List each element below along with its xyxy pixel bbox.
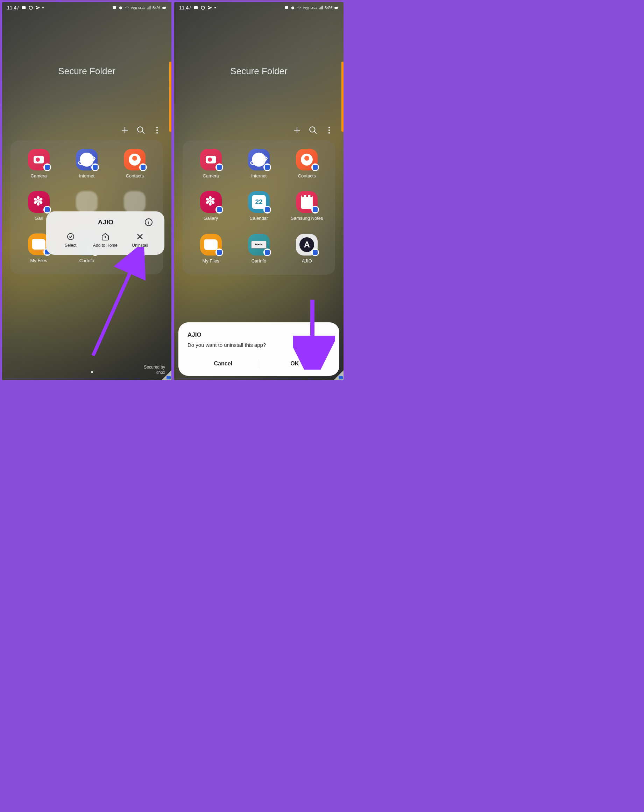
svg-point-7 bbox=[156, 127, 158, 128]
home-plus-icon bbox=[101, 232, 110, 241]
footer: Secured byKnox bbox=[2, 365, 171, 375]
page-indicator-dot bbox=[91, 371, 93, 373]
search-icon[interactable] bbox=[136, 126, 146, 135]
uninstall-action[interactable]: Uninstall bbox=[123, 232, 157, 248]
more-notif-dot bbox=[215, 7, 216, 8]
circle-notif-icon bbox=[201, 5, 206, 10]
gallery-notif-icon bbox=[193, 5, 198, 10]
app-contacts[interactable]: Contacts bbox=[116, 149, 154, 179]
more-menu-icon[interactable] bbox=[152, 126, 161, 135]
svg-point-21 bbox=[329, 132, 330, 133]
alarm-icon bbox=[290, 5, 295, 10]
app-calendar[interactable]: 22 Calendar bbox=[240, 191, 278, 221]
send-notif-icon bbox=[207, 5, 212, 10]
add-to-home-action[interactable]: Add to Home bbox=[88, 232, 122, 248]
lock-badge-icon bbox=[139, 163, 147, 171]
lock-badge-icon bbox=[91, 163, 99, 171]
svg-point-9 bbox=[156, 132, 158, 133]
info-icon[interactable]: i bbox=[145, 218, 152, 226]
lock-badge-icon bbox=[216, 206, 223, 214]
svg-point-15 bbox=[291, 7, 294, 9]
lock-badge-icon bbox=[311, 206, 319, 214]
battery-text: 54% bbox=[324, 6, 332, 10]
annotation-arrow bbox=[293, 296, 335, 369]
checkmark-circle-icon bbox=[67, 232, 75, 241]
app-label: Gallery bbox=[204, 215, 218, 221]
app-internet[interactable]: Internet bbox=[240, 149, 278, 179]
select-action[interactable]: Select bbox=[53, 232, 88, 248]
cancel-button[interactable]: Cancel bbox=[187, 356, 259, 371]
svg-point-1 bbox=[29, 6, 32, 9]
secure-folder-title: Secure Folder bbox=[174, 13, 344, 77]
svg-point-20 bbox=[329, 130, 330, 131]
alarm-icon bbox=[118, 5, 123, 10]
lock-badge-icon bbox=[311, 163, 319, 171]
app-row-1: Camera Internet Contacts bbox=[15, 149, 159, 179]
lte-label: LTE1 bbox=[310, 6, 317, 9]
toolbar bbox=[174, 122, 344, 138]
wifi-icon bbox=[297, 5, 301, 10]
app-ajio[interactable]: A AJIO bbox=[288, 234, 326, 264]
svg-rect-12 bbox=[194, 6, 198, 9]
app-carinfo[interactable]: MH04 CarInfo bbox=[240, 234, 278, 264]
status-right: Vo))) LTE1 54% bbox=[112, 5, 166, 10]
search-icon[interactable] bbox=[309, 126, 318, 135]
add-icon[interactable] bbox=[292, 126, 301, 135]
svg-rect-0 bbox=[22, 6, 26, 9]
app-camera[interactable]: Camera bbox=[192, 149, 230, 179]
select-label: Select bbox=[65, 243, 76, 248]
svg-rect-17 bbox=[338, 8, 338, 8]
svg-rect-4 bbox=[162, 7, 166, 9]
context-menu-title: AJIO bbox=[58, 218, 145, 226]
lock-badge-icon bbox=[216, 163, 223, 171]
lock-badge-icon bbox=[263, 206, 271, 214]
add-icon[interactable] bbox=[120, 126, 129, 135]
app-label: Calendar bbox=[250, 215, 268, 221]
app-label: Camera bbox=[203, 173, 219, 179]
hidden-icon bbox=[124, 191, 146, 213]
app-label: Internet bbox=[251, 173, 266, 179]
svg-rect-14 bbox=[285, 6, 288, 9]
hidden-icon bbox=[76, 191, 97, 213]
cast-icon bbox=[284, 5, 289, 10]
signal-icon bbox=[318, 5, 323, 10]
app-contacts[interactable]: Contacts bbox=[288, 149, 326, 179]
toolbar bbox=[2, 122, 171, 138]
status-left: 11:47 bbox=[7, 5, 44, 11]
app-row-2: Gallery 22 Calendar Samsung Notes bbox=[187, 191, 331, 221]
app-label: Contacts bbox=[126, 173, 144, 179]
status-bar: 11:47 Vo))) LTE1 54% bbox=[174, 2, 344, 13]
send-notif-icon bbox=[35, 5, 40, 10]
app-camera[interactable]: Camera bbox=[20, 149, 58, 179]
corner-secure-icon bbox=[339, 376, 343, 379]
app-internet[interactable]: Internet bbox=[67, 149, 106, 179]
lock-badge-icon bbox=[43, 163, 51, 171]
app-label: AJIO bbox=[302, 258, 312, 264]
battery-text: 54% bbox=[152, 6, 160, 10]
status-time: 11:47 bbox=[179, 5, 191, 11]
app-samsung-notes[interactable]: Samsung Notes bbox=[288, 191, 326, 221]
secure-folder-title: Secure Folder bbox=[2, 13, 171, 77]
svg-point-19 bbox=[329, 127, 330, 128]
svg-point-13 bbox=[201, 6, 204, 9]
circle-notif-icon bbox=[28, 5, 33, 10]
app-label: Gall bbox=[35, 215, 43, 221]
volte-label: Vo))) bbox=[303, 6, 309, 9]
svg-point-6 bbox=[137, 127, 143, 132]
more-menu-icon[interactable] bbox=[324, 126, 334, 135]
signal-icon bbox=[146, 5, 151, 10]
app-label: CarInfo bbox=[251, 258, 266, 264]
svg-line-11 bbox=[93, 258, 137, 356]
app-gallery[interactable]: Gallery bbox=[192, 191, 230, 221]
svg-point-3 bbox=[119, 7, 122, 9]
more-notif-dot bbox=[42, 7, 44, 8]
app-label: Contacts bbox=[298, 173, 316, 179]
app-label: Camera bbox=[31, 173, 47, 179]
lock-badge-icon bbox=[216, 249, 223, 256]
status-left: 11:47 bbox=[179, 5, 216, 11]
app-panel: Camera Internet Contacts Gallery 22 Cale… bbox=[183, 140, 335, 275]
app-row-3: My Files MH04 CarInfo A AJIO bbox=[187, 234, 331, 264]
svg-point-18 bbox=[310, 127, 315, 132]
svg-rect-16 bbox=[334, 7, 338, 9]
app-myfiles[interactable]: My Files bbox=[192, 234, 230, 264]
